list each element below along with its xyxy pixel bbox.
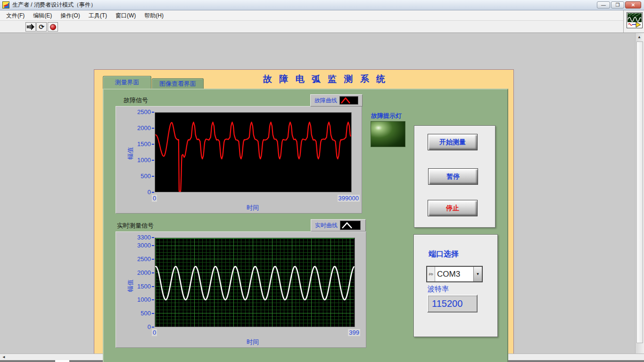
y-tick-mark [152,272,154,273]
menu-item[interactable]: 文件(F) [2,10,29,21]
menu-bar: 文件(F)编辑(E)操作(O)工具(T)窗口(W)帮助(H) [0,10,644,21]
y-tick-label: 1000 [123,156,151,164]
vi-icon [627,12,643,28]
y-tick-label: 3300 [123,234,151,241]
y-tick-label: 500 [123,173,151,180]
menu-item[interactable]: 操作(O) [56,10,84,21]
y-tick-label: 1500 [123,283,151,290]
title-bar: 生产者 / 消费者设计模式（事件） — ❐ ✕ [0,0,644,10]
vi-icon-zone [623,10,644,33]
realtime-chart-legend[interactable]: 实时曲线 [311,219,366,231]
pause-button[interactable]: 暂停 [428,168,478,185]
fault-led-label: 故障提示灯 [371,112,402,120]
abort-icon [50,24,56,30]
toolbar: ⟳ [0,21,644,33]
y-tick-label: 2000 [123,124,151,132]
y-tick-label: 2500 [123,108,151,115]
com-port-dropdown[interactable]: I/o COM3 ▼ [426,266,483,282]
run-button[interactable] [25,22,36,32]
y-tick-mark [152,245,154,246]
y-tick-label: 1000 [123,296,151,303]
y-tick-label: 2500 [123,255,151,263]
fault-chart-legend[interactable]: 故障曲线 [310,94,363,107]
y-tick-mark [152,160,154,161]
y-tick-mark [152,286,154,287]
realtime-chart-title: 实时测量信号 [117,222,154,230]
y-tick-mark [152,259,154,260]
minimize-button[interactable]: — [597,1,610,8]
y-tick-label: 0 [123,323,151,330]
scroll-up-icon[interactable]: ▲ [637,35,641,39]
fault-x-max-label: 399000 [338,195,360,202]
realtime-x-min-label: 0 [152,329,157,336]
fault-plot-area[interactable] [155,112,352,192]
restore-button[interactable]: ❐ [611,1,624,8]
start-measure-button[interactable]: 开始测量 [428,134,478,150]
tab-measurement[interactable]: 测量界面 [103,76,151,89]
y-tick-mark [152,128,154,129]
realtime-x-axis-label: 时间 [231,338,274,346]
y-tick-mark [152,237,154,238]
menu-item[interactable]: 编辑(E) [29,10,56,21]
run-continuous-button[interactable]: ⟳ [36,22,47,32]
y-tick-mark [152,144,154,145]
visa-io-icon: I/o [427,267,435,281]
front-panel-workspace: 故 障 电 弧 监 测 系 统 测量界面 图像查看界面 故障信号 故障曲线 幅值… [0,33,644,354]
com-port-value: COM3 [435,267,473,281]
y-tick-label: 3000 [123,242,151,249]
port-select-label: 端口选择 [429,249,459,259]
y-tick-mark [152,313,154,314]
baud-rate-value: 115200 [427,295,478,313]
y-tick-label: 500 [123,310,151,317]
vertical-scrollbar[interactable]: ▲ [635,33,644,354]
fault-x-axis-label: 时间 [231,204,274,212]
fault-signal-chart: 幅值 0 399000 时间 05001000150020002500 [116,106,362,214]
horizontal-scroll-thumb[interactable] [55,360,69,362]
y-tick-label: 1500 [123,140,151,148]
realtime-legend-label: 实时曲线 [315,222,338,230]
realtime-x-max-label: 399 [348,329,360,336]
page-title: 故 障 电 弧 监 测 系 统 [263,73,388,85]
fault-legend-line-icon [339,96,358,105]
y-tick-mark [152,176,154,177]
close-button[interactable]: ✕ [625,1,641,8]
realtime-signal-chart: 幅值 0 399 时间 0500100015002000250030003300 [116,231,366,348]
menu-item[interactable]: 工具(T) [84,10,111,21]
tab-image-view[interactable]: 图像查看界面 [152,78,204,89]
baud-rate-label: 波特率 [428,285,449,294]
fault-x-min-label: 0 [152,195,157,202]
realtime-plot-area[interactable] [155,238,355,327]
fault-chart-title: 故障信号 [124,96,148,105]
app-icon [2,1,9,8]
y-tick-mark [152,299,154,300]
stop-button[interactable]: 停止 [428,200,478,216]
fault-led-indicator[interactable] [371,121,405,147]
y-tick-mark [152,192,154,193]
abort-button[interactable] [48,22,58,32]
run-icon [27,24,34,30]
realtime-legend-line-icon [340,221,361,230]
fault-legend-label: 故障曲线 [314,97,337,105]
y-tick-mark [152,327,154,328]
y-tick-label: 2000 [123,269,151,276]
dropdown-arrow-icon[interactable]: ▼ [473,267,482,281]
vertical-scroll-thumb[interactable] [636,41,643,343]
labview-window: 生产者 / 消费者设计模式（事件） — ❐ ✕ 文件(F)编辑(E)操作(O)工… [0,0,644,362]
menu-item[interactable]: 窗口(W) [111,10,140,21]
y-tick-mark [152,112,154,113]
scroll-left-icon[interactable]: ◄ [2,355,6,359]
window-title: 生产者 / 消费者设计模式（事件） [12,1,96,9]
y-tick-label: 0 [123,189,151,196]
run-continuous-icon: ⟳ [39,24,44,30]
menu-item[interactable]: 帮助(H) [140,10,168,21]
